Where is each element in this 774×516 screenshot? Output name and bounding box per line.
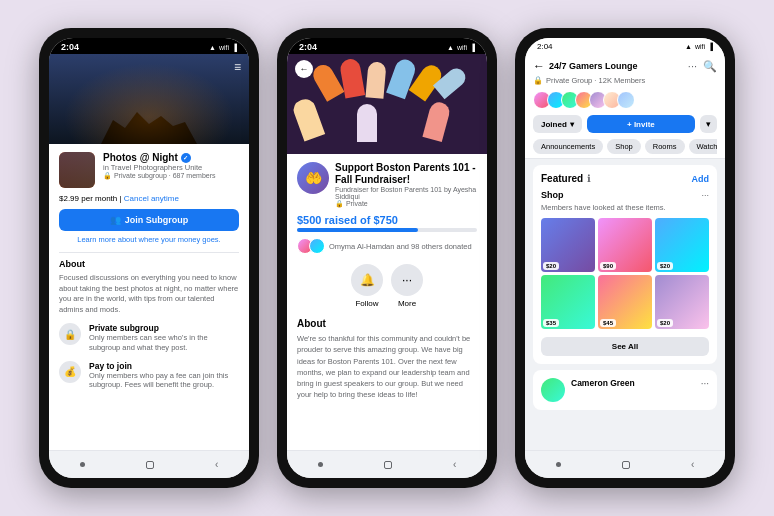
cancel-link[interactable]: Cancel anytime (124, 194, 179, 203)
price-badge-1: $20 (543, 262, 559, 270)
hand-1 (310, 61, 345, 101)
post-more-icon[interactable]: ··· (701, 378, 709, 389)
nav-back-chevron[interactable]: ‹ (215, 459, 218, 470)
follow-icon: 🔔 (351, 264, 383, 296)
phone2-screen: ← Support Boston Parents 101 - Fall Fund… (287, 54, 487, 478)
phone3-nav: ← 24/7 Gamers Lounge ··· 🔍 (533, 59, 717, 73)
battery-icon: ▐ (470, 44, 475, 51)
group-info: Photos @ Night ✓ in Travel Photographers… (103, 152, 239, 180)
phone3-time: 2:04 (537, 42, 553, 51)
phone3-body: Featured ℹ Add Shop ··· Members have loo… (525, 159, 725, 450)
phone1-body: Photos @ Night ✓ in Travel Photographers… (49, 144, 249, 450)
phone3-status-bar: 2:04 ▲ wifi ▐ (525, 38, 725, 53)
back-button[interactable]: ← (295, 60, 313, 78)
members-count: 🔒 Private subgroup · 687 members (103, 172, 239, 180)
featured-header: Featured ℹ Add (541, 173, 709, 184)
shop-more-icon[interactable]: ··· (701, 190, 709, 200)
phone1-screen: ≡ Photos @ Night ✓ in Travel Photographe… (49, 54, 249, 478)
nav-dot (556, 462, 561, 467)
featured-section: Featured ℹ Add Shop ··· Members have loo… (533, 165, 717, 364)
search-icon[interactable]: 🔍 (703, 60, 717, 73)
group-meta: Private Group · 12K Members (546, 76, 645, 85)
fundraiser-subtitle: Fundraiser for Boston Parents 101 by Aye… (335, 186, 477, 200)
tab-shop[interactable]: Shop (607, 139, 641, 154)
phone3-header: ← 24/7 Gamers Lounge ··· 🔍 🔒 Private Gro… (525, 53, 725, 159)
add-button[interactable]: Add (692, 174, 710, 184)
donor-avatar-2 (309, 238, 325, 254)
shop-grid: $20 $90 $20 $35 $45 (541, 218, 709, 329)
battery-icon: ▐ (708, 43, 713, 50)
phone2-body: Support Boston Parents 101 - Fall Fundra… (287, 154, 487, 450)
phone-1: 2:04 ▲ wifi ▐ ≡ Photos @ Ni (39, 28, 259, 488)
shop-item-6[interactable]: $20 (655, 275, 709, 329)
wifi-icon: wifi (695, 43, 705, 50)
shop-description: Members have looked at these items. (541, 203, 709, 212)
wifi-icon: wifi (457, 44, 467, 51)
shop-section-header: Shop ··· (541, 190, 709, 200)
progress-bar (297, 228, 477, 232)
see-all-button[interactable]: See All (541, 337, 709, 356)
shop-item-1[interactable]: $20 (541, 218, 595, 272)
hero-overlay (49, 54, 249, 144)
back-button[interactable]: ← (533, 59, 545, 73)
learn-more-link[interactable]: Learn more about where your money goes. (59, 235, 239, 244)
phone1-bottom-nav: ‹ (49, 450, 249, 478)
phone2-status-bar: 2:04 ▲ wifi ▐ (287, 38, 487, 54)
price-badge-3: $20 (657, 262, 673, 270)
shop-item-5[interactable]: $45 (598, 275, 652, 329)
phone-3: 2:04 ▲ wifi ▐ ← 24/7 Gamers Lounge ··· 🔍 (515, 28, 735, 488)
phone3-screen: ← 24/7 Gamers Lounge ··· 🔍 🔒 Private Gro… (525, 53, 725, 478)
follow-button[interactable]: 🔔 Follow (351, 264, 383, 308)
hand-3 (365, 61, 386, 98)
shop-item-3[interactable]: $20 (655, 218, 709, 272)
phone-2: 2:04 ▲ wifi ▐ (277, 28, 497, 488)
more-options-icon[interactable]: ··· (688, 60, 697, 72)
action-row: Joined ▾ + Invite ▾ (533, 115, 717, 133)
hand-7 (291, 96, 325, 141)
joined-button[interactable]: Joined ▾ (533, 115, 582, 133)
fundraiser-title: Support Boston Parents 101 - Fall Fundra… (335, 162, 477, 186)
menu-icon[interactable]: ≡ (234, 60, 241, 74)
about-title: About (297, 318, 477, 329)
info-icon: ℹ (587, 173, 591, 184)
phone2-time: 2:04 (299, 42, 317, 52)
more-icon: ··· (391, 264, 423, 296)
nav-back-chevron[interactable]: ‹ (691, 459, 694, 470)
group-name: Photos @ Night ✓ (103, 152, 239, 163)
phone1-time: 2:04 (61, 42, 79, 52)
signal-icon: ▲ (447, 44, 454, 51)
group-avatar (59, 152, 95, 188)
nav-square (622, 461, 630, 469)
price-badge-5: $45 (600, 319, 616, 327)
pay-icon: 💰 (59, 361, 81, 383)
donor-avatars (297, 238, 325, 254)
amount-raised: $500 raised of $750 (297, 214, 477, 226)
about-title: About (59, 259, 239, 269)
tab-announcements[interactable]: Announcements (533, 139, 603, 154)
more-button[interactable]: ··· More (391, 264, 423, 308)
signal-icon: ▲ (209, 44, 216, 51)
subgroup-label: in Travel Photographers Unite (103, 163, 239, 172)
fundraiser-header: Support Boston Parents 101 - Fall Fundra… (297, 162, 477, 208)
tab-rooms[interactable]: Rooms (645, 139, 685, 154)
nav-back-chevron[interactable]: ‹ (453, 459, 456, 470)
about-text: Focused discussions on everything you ne… (59, 273, 239, 315)
group-name-header: 24/7 Gamers Lounge (549, 61, 684, 71)
shop-item-2[interactable]: $90 (598, 218, 652, 272)
hand-8 (357, 104, 377, 142)
chevron-down-icon: ▾ (570, 120, 574, 129)
action-buttons: 🔔 Follow ··· More (297, 264, 477, 308)
more-button[interactable]: ▾ (700, 115, 717, 133)
nav-square (384, 461, 392, 469)
invite-button[interactable]: + Invite (587, 115, 695, 133)
post-item: Cameron Green ··· (533, 370, 717, 410)
tab-watch[interactable]: Watch (689, 139, 718, 154)
phone3-subheader: 🔒 Private Group · 12K Members (533, 76, 717, 85)
featured-title-row: Featured ℹ (541, 173, 591, 184)
signal-icon: ▲ (685, 43, 692, 50)
nav-square (146, 461, 154, 469)
phone3-bottom-nav: ‹ (525, 450, 725, 478)
donors-row: Omyma Al-Hamdan and 98 others donated (297, 238, 477, 254)
join-subgroup-button[interactable]: 👥 Join Subgroup (59, 209, 239, 231)
shop-item-4[interactable]: $35 (541, 275, 595, 329)
